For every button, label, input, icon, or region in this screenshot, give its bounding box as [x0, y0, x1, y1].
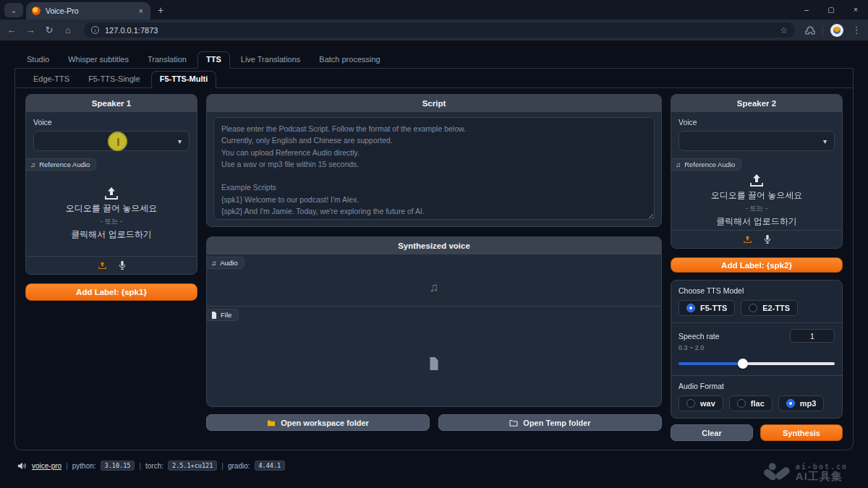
speaker2-voice-dropdown[interactable]: ▾	[678, 131, 835, 151]
tab-live-translations[interactable]: Live Translations	[233, 52, 309, 68]
home-icon[interactable]: ⌂	[62, 25, 74, 35]
new-tab-button[interactable]: +	[158, 4, 163, 16]
folder-buttons-row: Open workspace folder Open Temp folder	[206, 414, 662, 431]
browser-tab-title: Voice-Pro	[46, 7, 132, 15]
speaker2-header: Speaker 2	[671, 95, 842, 112]
model-options-row: F5-TTS E2-TTS	[678, 300, 835, 316]
radio-flac-label: flac	[751, 399, 765, 408]
radio-e2-tts[interactable]: E2-TTS	[741, 300, 798, 316]
audio-format-section: Audio Format wav flac	[671, 375, 842, 418]
profile-avatar[interactable]	[830, 24, 843, 37]
dropzone-text: 오디오를 끌어 놓으세요	[66, 202, 158, 215]
voice-pro-favicon-icon	[32, 7, 41, 15]
speaker1-audio-dropzone[interactable]: 오디오를 끌어 놓으세요 - 또는 - 클릭해서 업로드하기	[26, 171, 197, 256]
close-button[interactable]: ×	[843, 0, 868, 20]
radio-flac[interactable]: flac	[729, 395, 773, 411]
speaker2-reference-audio-tab[interactable]: ♫ Reference Audio	[671, 158, 741, 171]
music-note-icon: ♫	[676, 160, 681, 168]
f5-tts-multi-content: Speaker 1 Voice ▾ ♫ Reference Audio	[15, 88, 853, 450]
tts-panel: Edge-TTS F5-TTS-Single F5-TTS-Multi Spea…	[14, 69, 854, 450]
add-label-spk2-button[interactable]: Add Label: {spk2}	[671, 257, 843, 273]
radio-wav-label: wav	[700, 399, 715, 408]
music-note-placeholder-icon: ♫	[430, 281, 439, 295]
speech-rate-range: 0.3 ~ 2.0	[678, 344, 835, 351]
synthesis-button[interactable]: Synthesis	[760, 424, 843, 441]
address-bar[interactable]: i 127.0.0.1:7873 ☆	[84, 22, 795, 38]
file-icon	[211, 312, 217, 319]
back-icon[interactable]: ←	[6, 25, 17, 35]
speaker1-voice-dropdown[interactable]: ▾	[33, 131, 190, 151]
speaker1-header: Speaker 1	[26, 95, 197, 112]
speaker1-source-bar	[26, 256, 197, 274]
footer-separator: |	[221, 462, 224, 470]
radio-mp3[interactable]: mp3	[778, 395, 825, 411]
subtab-f5-tts-single[interactable]: F5-TTS-Single	[80, 72, 148, 87]
upload-icon	[749, 174, 765, 187]
voice-pro-link[interactable]: voice-pro	[32, 462, 61, 470]
speaker1-reference-audio-tab[interactable]: ♫ Reference Audio	[26, 158, 96, 171]
extensions-icon[interactable]	[805, 25, 815, 35]
tab-close-icon[interactable]: ×	[137, 7, 145, 15]
speaker1-column: Speaker 1 Voice ▾ ♫ Reference Audio	[25, 94, 197, 441]
python-label: python:	[72, 462, 96, 470]
tab-search-button[interactable]: ⌄	[4, 3, 23, 17]
speaker1-card: Speaker 1 Voice ▾ ♫ Reference Audio	[25, 94, 197, 275]
upload-icon	[103, 187, 119, 200]
microphone-icon[interactable]	[119, 260, 126, 270]
tab-translation[interactable]: Translation	[140, 52, 195, 68]
site-info-icon[interactable]: i	[91, 26, 99, 34]
window-controls: – ▢ ×	[794, 0, 868, 20]
url-text: 127.0.0.1:7873	[105, 26, 158, 35]
microphone-icon[interactable]	[764, 234, 771, 244]
subtab-f5-tts-multi[interactable]: F5-TTS-Multi	[151, 71, 217, 88]
radio-wav[interactable]: wav	[678, 395, 723, 411]
speaker2-audio-dropzone[interactable]: 오디오를 끌어 놓으세요 - 또는 - 클릭해서 업로드하기	[671, 171, 842, 230]
toolbar-divider	[822, 25, 823, 35]
radio-unselected-icon	[737, 399, 746, 408]
open-temp-folder-button[interactable]: Open Temp folder	[438, 414, 662, 431]
add-label-spk1-button[interactable]: Add Label: {spk1}	[25, 283, 197, 301]
tab-batch-processing[interactable]: Batch processing	[311, 52, 388, 68]
menu-icon[interactable]: ⋮	[851, 25, 862, 35]
minimize-button[interactable]: –	[794, 0, 819, 20]
watermark-domain: ai-bot.cn	[796, 463, 848, 471]
speaker1-reference-audio-label: Reference Audio	[39, 160, 90, 168]
speech-rate-slider[interactable]	[678, 359, 835, 369]
forward-icon[interactable]: →	[25, 25, 36, 35]
audio-output-zone[interactable]: ♫	[207, 269, 661, 307]
reload-icon[interactable]: ↻	[43, 25, 55, 35]
format-options-row: wav flac mp3	[678, 395, 835, 411]
upload-source-icon[interactable]	[743, 235, 752, 244]
script-textarea[interactable]	[213, 117, 655, 220]
script-header: Script	[207, 95, 661, 112]
watermark-cn: AI工具集	[796, 471, 848, 483]
browser-tab[interactable]: Voice-Pro ×	[26, 2, 150, 20]
status-footer: voice-pro | python: 3.10.15 | torch: 2.5…	[17, 461, 851, 471]
file-placeholder-icon	[429, 357, 439, 370]
temp-folder-label: Open Temp folder	[523, 419, 590, 427]
radio-f5-tts[interactable]: F5-TTS	[678, 300, 735, 316]
open-workspace-folder-button[interactable]: Open workspace folder	[206, 414, 430, 431]
speech-rate-input[interactable]	[790, 329, 835, 343]
bookmark-star-icon[interactable]: ☆	[780, 25, 788, 35]
upload-source-icon[interactable]	[98, 261, 107, 270]
slider-handle[interactable]	[738, 359, 748, 369]
radio-e2-tts-label: E2-TTS	[762, 304, 790, 312]
voice-pro-app: Studio Whisper subtitles Translation TTS…	[0, 40, 868, 488]
file-output-zone[interactable]	[207, 321, 661, 406]
radio-mp3-label: mp3	[800, 399, 817, 408]
clear-button[interactable]: Clear	[671, 424, 753, 441]
tab-tts[interactable]: TTS	[197, 51, 230, 69]
ai-bot-logo-icon	[764, 463, 790, 482]
speaker2-voice-section: Voice ▾	[671, 112, 842, 155]
maximize-button[interactable]: ▢	[819, 0, 843, 20]
subtab-edge-tts[interactable]: Edge-TTS	[25, 72, 77, 87]
tab-whisper-subtitles[interactable]: Whisper subtitles	[60, 52, 137, 68]
tab-studio[interactable]: Studio	[19, 52, 57, 68]
speech-rate-label: Speech rate	[678, 332, 720, 341]
script-column: Script Synthesized voice ♫ Audio ♫	[206, 94, 662, 441]
audio-output-tab: ♫ Audio	[207, 257, 244, 269]
tts-settings-card: Choose TTS Model F5-TTS E2-TTS	[671, 280, 843, 419]
file-output-label: File	[221, 311, 231, 319]
footer-separator: |	[66, 462, 68, 470]
